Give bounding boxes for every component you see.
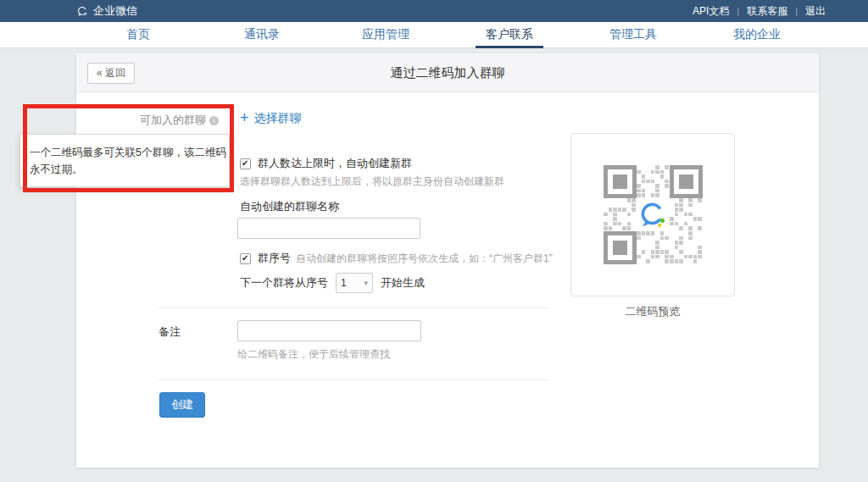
info-icon[interactable]: i xyxy=(209,116,219,125)
joinable-groups-label-row: 可加入的群聊i xyxy=(76,113,219,128)
contact-support-link[interactable]: 联系客服 xyxy=(747,4,787,19)
topbar-links: API文档 | 联系客服 | 退出 xyxy=(693,4,826,19)
tooltip-line: 一个二维码最多可关联5个群聊，该二维码 xyxy=(30,144,221,161)
qr-placeholder xyxy=(604,165,703,264)
nav-item-app-management[interactable]: 应用管理 xyxy=(324,22,448,47)
qr-caption: 二维码预览 xyxy=(570,304,735,319)
nav-item-admin-tools[interactable]: 管理工具 xyxy=(571,22,695,47)
auto-create-label[interactable]: 群人数达上限时，自动创建新群 xyxy=(258,156,412,171)
brand: 企业微信 xyxy=(76,3,137,19)
back-button[interactable]: « 返回 xyxy=(87,63,135,84)
next-serial-prefix: 下一个群将从序号 xyxy=(240,275,328,291)
app-window: 企业微信 API文档 | 联系客服 | 退出 首页 通讯录 应用管理 客户联系 … xyxy=(0,0,868,482)
qr-finder-icon xyxy=(604,231,637,264)
select-group-link-label: 选择群聊 xyxy=(254,111,302,125)
group-name-input[interactable] xyxy=(237,218,420,239)
tooltip-popup: 一个二维码最多可关联5个群聊，该二维码 永不过期。 xyxy=(19,134,230,187)
main-nav: 首页 通讯录 应用管理 客户联系 管理工具 我的企业 xyxy=(0,22,868,48)
logout-link[interactable]: 退出 xyxy=(805,4,826,19)
serial-checkbox[interactable] xyxy=(240,253,251,264)
next-serial-row: 下一个群将从序号 1 ▾ 开始生成 xyxy=(240,273,425,293)
qr-preview-box xyxy=(570,133,735,296)
link-separator: | xyxy=(737,6,739,16)
page-title: 通过二维码加入群聊 xyxy=(76,53,819,91)
serial-number-value: 1 xyxy=(341,277,347,289)
qr-finder-icon xyxy=(670,165,703,198)
serial-row: 群序号 自动创建的群聊将按照序号依次生成，如：“广州客户群1” xyxy=(240,251,553,266)
serial-number-select[interactable]: 1 ▾ xyxy=(336,273,373,293)
nav-item-home[interactable]: 首页 xyxy=(76,22,200,47)
group-name-label: 自动创建的群聊名称 xyxy=(240,199,339,214)
wechat-work-logo-icon xyxy=(637,198,670,232)
link-separator: | xyxy=(795,6,798,16)
qr-finder-icon xyxy=(604,165,637,198)
select-group-link[interactable]: +选择群聊 xyxy=(240,109,302,127)
content-card: « 返回 通过二维码加入群聊 可加入的群聊i +选择群聊 群人数达上限时，自动创… xyxy=(76,53,819,468)
tooltip-line: 永不过期。 xyxy=(30,161,221,178)
joinable-groups-label: 可加入的群聊 xyxy=(140,114,206,126)
card-header: « 返回 通过二维码加入群聊 xyxy=(76,53,819,92)
divider xyxy=(159,307,549,308)
wechat-work-logo-icon xyxy=(76,5,89,18)
remark-hint: 给二维码备注，便于后续管理查找 xyxy=(237,347,390,362)
caret-down-icon: ▾ xyxy=(364,279,368,287)
create-button[interactable]: 创建 xyxy=(159,392,205,418)
brand-name: 企业微信 xyxy=(93,3,137,19)
topbar: 企业微信 API文档 | 联系客服 | 退出 xyxy=(0,0,868,22)
auto-create-hint: 选择群聊群人数达到上限后，将以原群主身份自动创建新群 xyxy=(240,175,504,189)
auto-create-checkbox[interactable] xyxy=(240,158,251,169)
remark-input[interactable] xyxy=(237,320,421,341)
remark-label: 备注 xyxy=(159,324,181,340)
nav-item-contacts[interactable]: 通讯录 xyxy=(200,22,324,47)
divider xyxy=(159,380,549,380)
serial-desc: 自动创建的群聊将按照序号依次生成，如：“广州客户群1” xyxy=(296,252,553,266)
nav-item-customer-contact[interactable]: 客户联系 xyxy=(448,22,571,47)
api-docs-link[interactable]: API文档 xyxy=(693,4,729,19)
nav-item-my-company[interactable]: 我的企业 xyxy=(695,22,819,47)
next-serial-suffix: 开始生成 xyxy=(381,275,425,291)
serial-label[interactable]: 群序号 xyxy=(258,251,291,266)
plus-icon: + xyxy=(240,109,249,126)
auto-create-row: 群人数达上限时，自动创建新群 xyxy=(240,156,412,171)
